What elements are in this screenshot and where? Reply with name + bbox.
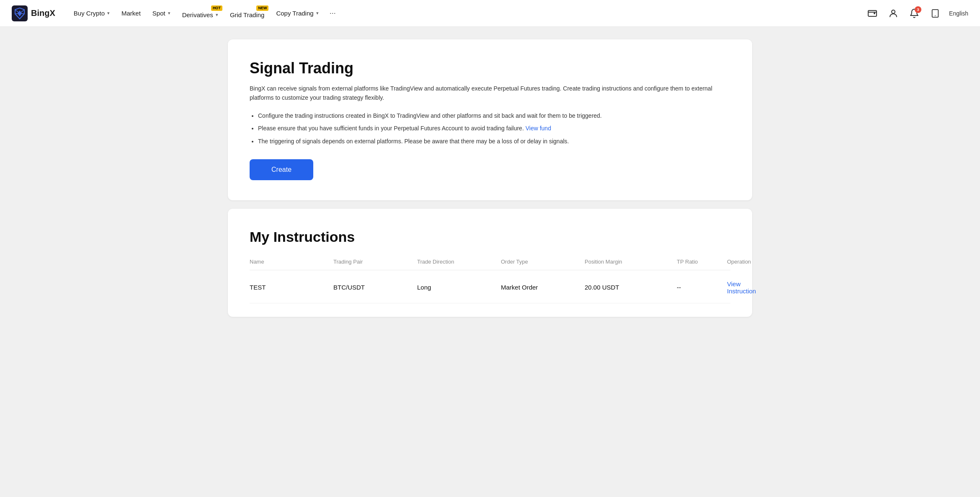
- signal-trading-description: BingX can receive signals from external …: [250, 84, 730, 103]
- nav-item-spot[interactable]: Spot ▾: [147, 6, 175, 20]
- badge-hot: HOT: [211, 5, 222, 11]
- svg-line-4: [20, 13, 24, 14]
- nav-label-copy-trading: Copy Trading: [276, 10, 313, 17]
- nav-label-market: Market: [121, 10, 141, 17]
- nav-more-button[interactable]: ···: [325, 5, 340, 21]
- bullet-2: Please ensure that you have sufficient f…: [258, 124, 730, 133]
- cell-trade-direction: Long: [417, 284, 501, 291]
- nav-items: Buy Crypto ▾ Market Spot ▾ HOT Derivativ…: [69, 5, 865, 22]
- tablet-icon: [931, 9, 940, 18]
- bullet-1: Configure the trading instructions creat…: [258, 111, 730, 120]
- nav-item-grid-trading[interactable]: NEW Grid Trading: [225, 5, 270, 22]
- chevron-down-icon: ▾: [216, 12, 218, 18]
- nav-right: 3 English: [865, 6, 968, 21]
- bullet-3: The triggering of signals depends on ext…: [258, 137, 730, 146]
- navbar: BingX Buy Crypto ▾ Market Spot ▾ HOT Der…: [0, 0, 980, 27]
- nav-item-market[interactable]: Market: [116, 6, 146, 20]
- cell-trading-pair: BTC/USDT: [333, 284, 417, 291]
- user-icon-btn[interactable]: [886, 6, 900, 21]
- svg-point-6: [892, 10, 895, 13]
- main-content: Signal Trading BingX can receive signals…: [218, 39, 762, 317]
- my-instructions-title: My Instructions: [250, 229, 730, 245]
- cell-position-margin: 20.00 USDT: [585, 284, 677, 291]
- cell-tp-ratio: --: [677, 284, 727, 291]
- nav-item-buy-crypto[interactable]: Buy Crypto ▾: [69, 6, 115, 20]
- my-instructions-card: My Instructions Name Trading Pair Trade …: [228, 209, 752, 317]
- cell-order-type: Market Order: [501, 284, 585, 291]
- nav-item-derivatives[interactable]: HOT Derivatives ▾: [177, 5, 223, 22]
- view-instruction-link[interactable]: View Instruction: [727, 280, 756, 295]
- instructions-table: Name Trading Pair Trade Direction Order …: [250, 259, 730, 303]
- notification-badge: 3: [915, 6, 921, 13]
- badge-new: NEW: [256, 5, 268, 11]
- chevron-down-icon: ▾: [316, 10, 319, 16]
- wallet-icon-btn[interactable]: [865, 6, 879, 21]
- col-trade-direction: Trade Direction: [417, 259, 501, 265]
- table-row: TEST BTC/USDT Long Market Order 20.00 US…: [250, 272, 730, 303]
- app-icon-btn[interactable]: [928, 6, 942, 21]
- nav-label-spot: Spot: [152, 10, 165, 17]
- chevron-down-icon: ▾: [107, 10, 110, 16]
- nav-label-grid-trading: Grid Trading: [230, 11, 265, 18]
- logo-text: BingX: [31, 8, 55, 18]
- col-operation: Operation: [727, 259, 751, 265]
- col-position-margin: Position Margin: [585, 259, 677, 265]
- language-button[interactable]: English: [949, 10, 968, 17]
- create-button[interactable]: Create: [250, 159, 313, 180]
- col-tp-ratio: TP Ratio: [677, 259, 727, 265]
- view-fund-link[interactable]: View fund: [526, 125, 551, 132]
- chevron-down-icon: ▾: [168, 10, 170, 16]
- signal-trading-card: Signal Trading BingX can receive signals…: [228, 39, 752, 200]
- nav-label-buy-crypto: Buy Crypto: [74, 10, 105, 17]
- signal-trading-bullets: Configure the trading instructions creat…: [250, 111, 730, 146]
- logo[interactable]: BingX: [12, 5, 55, 21]
- svg-rect-5: [868, 10, 877, 16]
- signal-trading-title: Signal Trading: [250, 60, 730, 77]
- table-header: Name Trading Pair Trade Direction Order …: [250, 259, 730, 270]
- col-name: Name: [250, 259, 333, 265]
- svg-line-3: [15, 13, 20, 14]
- cell-name: TEST: [250, 284, 333, 291]
- col-trading-pair: Trading Pair: [333, 259, 417, 265]
- notification-icon-btn[interactable]: 3: [907, 6, 921, 21]
- user-icon: [888, 8, 898, 18]
- bingx-logo-icon: [12, 5, 28, 21]
- nav-label-derivatives: Derivatives: [182, 11, 213, 18]
- nav-item-copy-trading[interactable]: Copy Trading ▾: [271, 6, 323, 20]
- wallet-icon: [867, 8, 877, 18]
- col-order-type: Order Type: [501, 259, 585, 265]
